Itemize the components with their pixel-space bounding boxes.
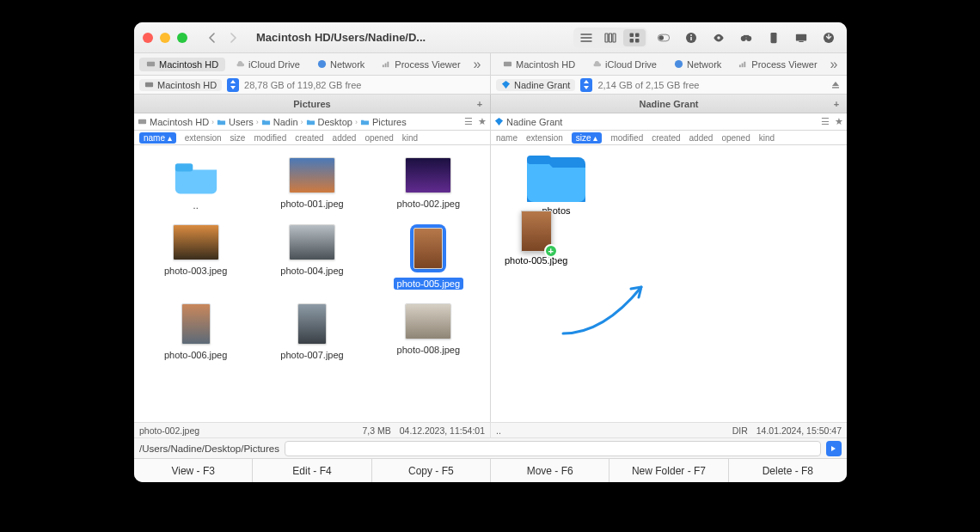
view-list-icon[interactable] [575, 29, 597, 46]
tab-r-icloud[interactable]: iCloud Drive [585, 58, 664, 71]
crumb[interactable]: Users [217, 117, 254, 127]
crumb[interactable]: Nadin [261, 117, 298, 127]
footer-view-button[interactable]: View - F3 [134, 459, 253, 482]
nav-forward[interactable] [224, 28, 242, 47]
svg-rect-35 [527, 156, 551, 164]
zoom-window[interactable] [177, 33, 187, 43]
file-item[interactable]: photo-001.jpeg [255, 154, 368, 214]
footer-delete-button[interactable]: Delete - F8 [729, 459, 847, 482]
column-extension[interactable]: extension [185, 133, 222, 143]
minimize-window[interactable] [160, 33, 170, 43]
crumb[interactable]: Desktop [306, 117, 352, 127]
close-window[interactable] [143, 33, 153, 43]
item-label: photo-003.jpeg [164, 266, 227, 276]
column-extension[interactable]: extension [526, 133, 563, 143]
crumb[interactable]: Macintosh HD [138, 117, 209, 127]
copy-badge-icon: + [544, 244, 558, 258]
tabs-overflow-icon[interactable]: » [828, 57, 841, 72]
column-opened[interactable]: opened [364, 133, 393, 143]
tab-network[interactable]: Network [310, 58, 371, 71]
download-icon[interactable] [818, 28, 840, 47]
footer-copy-button[interactable]: Copy - F5 [372, 459, 491, 482]
footer-edit-button[interactable]: Edit - F4 [253, 459, 371, 482]
pane-header-left: Pictures + [134, 95, 490, 113]
volume-selector-left[interactable]: Macintosh HD [139, 79, 222, 91]
desktop-icon[interactable] [790, 28, 812, 47]
tab-r-macintosh-hd[interactable]: Macintosh HD [496, 58, 582, 71]
info-icon[interactable] [680, 28, 702, 47]
path-input[interactable] [285, 441, 821, 456]
column-modified[interactable]: modified [610, 133, 643, 143]
tab-r-network[interactable]: Network [667, 58, 728, 71]
quicklook-icon[interactable] [707, 28, 730, 47]
column-opened[interactable]: opened [721, 133, 750, 143]
crumb[interactable]: Pictures [360, 117, 407, 127]
item-label: photo-006.jpeg [164, 350, 227, 360]
path-go-button[interactable] [826, 441, 842, 456]
content-area: ..photo-001.jpegphoto-002.jpegphoto-003.… [134, 145, 847, 422]
binoculars-icon[interactable] [735, 28, 757, 47]
footer-move-button[interactable]: Move - F6 [491, 459, 609, 482]
svg-rect-28 [742, 64, 744, 68]
add-tab-left[interactable]: + [473, 97, 487, 111]
volume-stepper-icon[interactable] [227, 78, 239, 92]
column-created[interactable]: created [652, 133, 680, 143]
file-item[interactable]: photo-007.jpeg [255, 300, 368, 364]
history-icon[interactable]: ☰ [464, 116, 473, 127]
volume-row: Macintosh HD 28,78 GB of 119,82 GB free … [134, 76, 847, 95]
file-item[interactable]: photo-004.jpeg [255, 221, 368, 293]
history-icon[interactable]: ☰ [821, 116, 830, 127]
column-created[interactable]: created [295, 133, 323, 143]
eject-icon[interactable] [830, 78, 842, 92]
tab-process-viewer[interactable]: Process Viewer [375, 58, 467, 71]
file-item[interactable]: photo-008.jpeg [372, 300, 485, 364]
crumb[interactable]: Nadine Grant [494, 117, 562, 127]
view-columns-icon[interactable] [599, 29, 622, 46]
file-item[interactable]: photo-003.jpeg [139, 221, 252, 293]
column-kind[interactable]: kind [402, 133, 418, 143]
column-added[interactable]: added [689, 133, 714, 143]
footer-new-button[interactable]: New Folder - F7 [609, 459, 728, 482]
favorite-icon[interactable]: ★ [835, 116, 843, 127]
item-label: photo-004.jpeg [280, 266, 343, 276]
airdrop-icon[interactable] [763, 28, 785, 47]
column-size[interactable]: size [230, 133, 246, 143]
volume-stepper-icon[interactable] [580, 78, 592, 92]
status-row: photo-002.jpeg 7,3 MB 04.12.2023, 11:54:… [134, 422, 847, 437]
tab-icloud[interactable]: iCloud Drive [229, 58, 307, 71]
svg-rect-30 [145, 83, 153, 88]
view-grid-icon[interactable] [623, 29, 646, 46]
column-name[interactable]: name ▴ [139, 132, 176, 144]
svg-rect-18 [799, 40, 803, 41]
volume-selector-right[interactable]: Nadine Grant [496, 79, 575, 91]
list-item[interactable]: photos [525, 152, 587, 216]
column-kind[interactable]: kind [759, 133, 775, 143]
tab-r-process-viewer[interactable]: Process Viewer [732, 58, 824, 71]
parent-folder[interactable]: .. [139, 154, 252, 214]
svg-rect-15 [744, 34, 749, 36]
toggle-switch-icon[interactable] [652, 28, 675, 47]
column-name[interactable]: name [496, 133, 518, 143]
pane-right[interactable]: photos + photo-005.jpeg [490, 145, 847, 422]
svg-rect-24 [388, 62, 389, 67]
add-tab-right[interactable]: + [830, 97, 843, 111]
svg-rect-27 [739, 64, 741, 67]
file-item[interactable]: photo-006.jpeg [139, 300, 252, 364]
column-size[interactable]: size ▴ [572, 132, 603, 144]
nav-back[interactable] [203, 28, 222, 47]
favorite-icon[interactable]: ★ [478, 116, 487, 127]
column-modified[interactable]: modified [254, 133, 286, 143]
column-added[interactable]: added [333, 133, 357, 143]
file-item[interactable]: photo-005.jpeg [372, 221, 485, 293]
item-label: photo-007.jpeg [280, 350, 343, 360]
tab-macintosh-hd[interactable]: Macintosh HD [139, 58, 225, 71]
svg-rect-2 [613, 34, 616, 42]
tabs-right: Macintosh HD iCloud Drive Network Proces… [490, 53, 847, 75]
svg-rect-4 [635, 33, 640, 37]
tabs-overflow-icon[interactable]: » [471, 57, 484, 72]
svg-rect-32 [138, 119, 146, 125]
pane-headers: Pictures + Nadine Grant + [134, 95, 847, 113]
file-item[interactable]: photo-002.jpeg [372, 154, 485, 214]
pane-left[interactable]: ..photo-001.jpegphoto-002.jpegphoto-003.… [134, 145, 490, 422]
free-space-right: 2,14 GB of 2,15 GB free [597, 80, 699, 90]
